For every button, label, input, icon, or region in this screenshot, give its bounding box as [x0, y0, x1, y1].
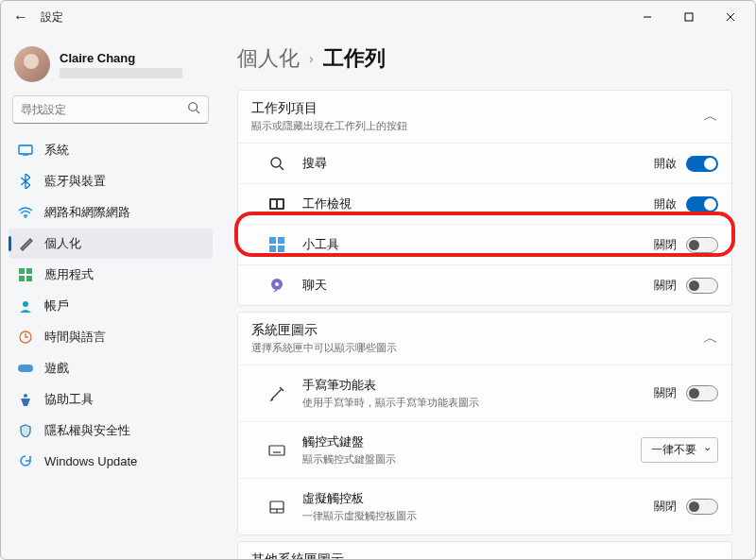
section-header[interactable]: 系統匣圖示 選擇系統匣中可以顯示哪些圖示 ︿	[238, 313, 731, 365]
svg-rect-11	[19, 276, 25, 281]
setting-row-keyboard: 觸控式鍵盤顯示觸控式鍵盤圖示一律不要	[238, 421, 731, 478]
sidebar-item-system[interactable]: 系統	[9, 135, 213, 165]
svg-line-5	[197, 110, 200, 114]
maximize-button[interactable]	[668, 3, 710, 31]
breadcrumb-parent[interactable]: 個人化	[237, 44, 300, 73]
svg-rect-12	[26, 276, 32, 281]
svg-line-18	[280, 166, 284, 170]
time-icon	[18, 330, 33, 345]
svg-rect-25	[278, 246, 284, 252]
taskview-icon	[266, 198, 287, 210]
toggle-touchpad[interactable]	[686, 499, 718, 515]
chevron-up-icon: ︿	[703, 329, 718, 348]
search-icon	[266, 156, 287, 171]
sidebar-item-label: 應用程式	[44, 266, 94, 283]
toggle-search[interactable]	[686, 156, 718, 172]
sidebar-item-update[interactable]: Windows Update	[9, 447, 213, 475]
setting-row-search: 搜尋開啟	[238, 143, 731, 183]
svg-point-17	[271, 158, 281, 167]
section-taskbar-items: 工作列項目 顯示或隱藏出現在工作列上的按鈕 ︿ 搜尋開啟工作檢視開啟小工具關閉聊…	[237, 90, 732, 306]
section-header[interactable]: 工作列項目 顯示或隱藏出現在工作列上的按鈕 ︿	[238, 91, 731, 143]
sidebar-item-privacy[interactable]: 隱私權與安全性	[9, 416, 213, 446]
toggle-taskview[interactable]	[686, 196, 718, 212]
accessibility-icon	[18, 392, 33, 407]
breadcrumb: 個人化 › 工作列	[237, 44, 732, 73]
setting-row-pen: 手寫筆功能表使用手寫筆時，顯示手寫筆功能表圖示關閉	[238, 365, 731, 421]
sidebar-item-network[interactable]: 網路和網際網路	[9, 197, 213, 228]
touchpad-icon	[266, 501, 287, 514]
svg-rect-28	[269, 446, 284, 455]
toggle-state-label: 關閉	[654, 278, 677, 294]
apps-icon	[18, 267, 33, 282]
toggle-state-label: 開啟	[654, 196, 677, 212]
window-title: 設定	[41, 9, 63, 25]
svg-rect-23	[278, 237, 284, 244]
sidebar-item-label: 藍牙與裝置	[44, 173, 106, 190]
sidebar-item-bluetooth[interactable]: 藍牙與裝置	[9, 166, 213, 196]
sidebar-item-label: 個人化	[44, 235, 81, 252]
bluetooth-icon	[18, 174, 33, 189]
sidebar-item-label: 遊戲	[44, 360, 69, 377]
svg-point-16	[24, 394, 27, 398]
svg-rect-24	[269, 246, 276, 252]
personalization-icon	[18, 236, 33, 251]
minimize-button[interactable]	[627, 3, 668, 31]
svg-rect-21	[278, 200, 283, 208]
chevron-right-icon: ›	[309, 51, 314, 66]
chat-icon	[266, 278, 287, 293]
user-email	[60, 68, 182, 78]
setting-row-taskview: 工作檢視開啟	[238, 183, 731, 224]
sidebar-item-gaming[interactable]: 遊戲	[9, 353, 213, 383]
section-tray-icons: 系統匣圖示 選擇系統匣中可以顯示哪些圖示 ︿ 手寫筆功能表使用手寫筆時，顯示手寫…	[237, 312, 732, 535]
toggle-chat[interactable]	[686, 278, 718, 294]
dropdown-keyboard[interactable]: 一律不要	[641, 437, 718, 463]
user-name: Claire Chang	[60, 51, 182, 65]
toggle-state-label: 關閉	[654, 499, 677, 515]
svg-point-27	[275, 282, 279, 286]
avatar[interactable]	[14, 46, 50, 82]
setting-row-touchpad: 虛擬觸控板一律顯示虛擬觸控板圖示關閉	[238, 478, 731, 535]
svg-point-4	[189, 103, 198, 111]
network-icon	[18, 205, 33, 220]
sidebar-item-label: 系統	[44, 142, 69, 159]
sidebar-item-label: 帳戶	[44, 297, 69, 314]
svg-point-8	[25, 216, 26, 218]
sidebar-item-accessibility[interactable]: 協助工具	[9, 384, 213, 415]
system-icon	[18, 143, 33, 158]
sidebar-item-label: 協助工具	[44, 391, 94, 408]
toggle-state-label: 開啟	[654, 156, 677, 172]
setting-row-widgets: 小工具關閉	[238, 224, 731, 264]
svg-rect-10	[26, 268, 32, 274]
toggle-widgets[interactable]	[686, 237, 718, 253]
toggle-state-label: 關閉	[654, 385, 677, 401]
sidebar-item-apps[interactable]: 應用程式	[9, 260, 213, 290]
sidebar-item-label: 網路和網際網路	[44, 204, 130, 221]
setting-row-chat: 聊天關閉	[238, 264, 731, 305]
search-icon	[187, 101, 200, 118]
svg-rect-22	[269, 237, 276, 244]
accounts-icon	[18, 298, 33, 314]
search-input[interactable]	[12, 95, 209, 124]
svg-point-13	[23, 301, 28, 307]
toggle-state-label: 關閉	[654, 237, 677, 253]
update-icon	[18, 453, 33, 468]
chevron-down-icon: ﹀	[703, 558, 718, 559]
svg-rect-6	[19, 145, 32, 154]
privacy-icon	[18, 423, 33, 438]
sidebar-item-label: 隱私權與安全性	[44, 422, 130, 439]
svg-rect-9	[19, 268, 25, 274]
close-button[interactable]	[710, 3, 751, 31]
keyboard-icon	[266, 445, 287, 456]
chevron-up-icon: ︿	[703, 107, 718, 127]
sidebar-item-personalization[interactable]: 個人化	[9, 229, 213, 259]
toggle-pen[interactable]	[686, 385, 718, 401]
sidebar-item-time[interactable]: 時間與語言	[9, 322, 213, 352]
sidebar-item-label: Windows Update	[44, 454, 137, 468]
widgets-icon	[266, 237, 287, 252]
page-title: 工作列	[323, 44, 386, 73]
back-icon[interactable]: ←	[12, 8, 29, 25]
gaming-icon	[18, 361, 33, 376]
section-other-tray-icons[interactable]: 其他系統匣圖示 顯示或隱藏其他系統匣圖示 ﹀	[237, 541, 732, 559]
sidebar-item-accounts[interactable]: 帳戶	[9, 291, 213, 321]
sidebar-item-label: 時間與語言	[44, 329, 106, 346]
